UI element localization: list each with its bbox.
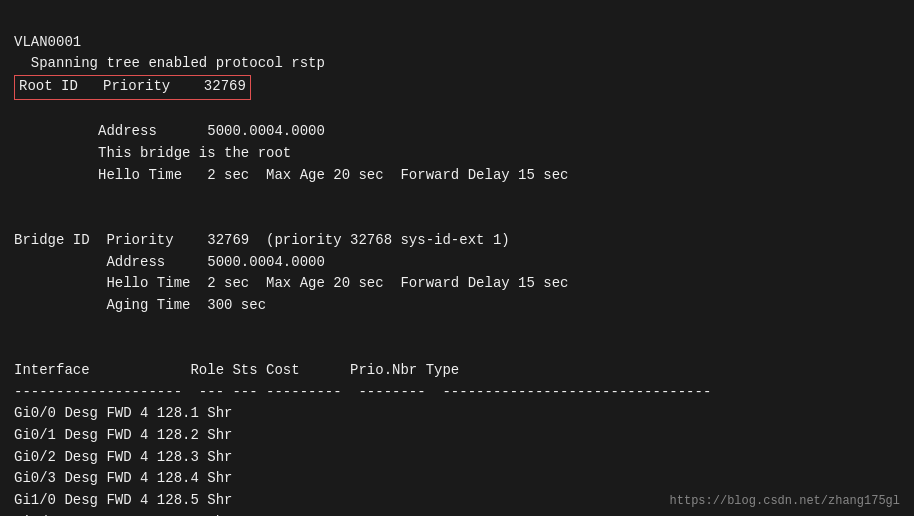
empty-line2 [14,317,900,339]
bridge-hello-line: Hello Time 2 sec Max Age 20 sec Forward … [14,275,569,291]
root-bridge-line: This bridge is the root [14,145,291,161]
root-address-line: Address 5000.0004.0000 [14,123,325,139]
bridge-section: Bridge ID Priority 32769 (priority 32768… [14,208,900,316]
root-priority-value: 32769 [204,78,246,94]
bridge-id-line: Bridge ID Priority 32769 (priority 32768… [14,232,510,248]
stp-line: Spanning tree enabled protocol rstp [14,55,325,71]
empty-line1 [14,187,900,209]
watermark: https://blog.csdn.net/zhang175gl [670,494,900,508]
table-row: Gi0/0 Desg FWD 4 128.1 Shr [14,403,900,425]
root-priority-label: Priority [103,78,170,94]
root-id-box: Root ID Priority 32769 [14,75,251,100]
bridge-address-line: Address 5000.0004.0000 [14,254,325,270]
table-section: Interface Role Sts Cost Prio.Nbr Type --… [14,338,900,403]
table-row: Gi1/1 Desg FWD 4 128.6 Shr [14,512,900,516]
terminal-output: VLAN0001 Spanning tree enabled protocol … [14,10,900,75]
bridge-aging-line: Aging Time 300 sec [14,297,266,313]
table-row: Gi0/3 Desg FWD 4 128.4 Shr [14,468,900,490]
table-row: Gi0/1 Desg FWD 4 128.2 Shr [14,425,900,447]
table-row: Gi0/2 Desg FWD 4 128.3 Shr [14,447,900,469]
root-hello-line: Hello Time 2 sec Max Age 20 sec Forward … [14,167,569,183]
table-header: Interface Role Sts Cost Prio.Nbr Type [14,362,459,378]
root-details: Address 5000.0004.0000 This bridge is th… [14,100,900,187]
vlan-line: VLAN0001 [14,34,81,50]
table-divider: -------------------- --- --- --------- -… [14,384,711,400]
root-id-label: Root ID [19,78,78,94]
